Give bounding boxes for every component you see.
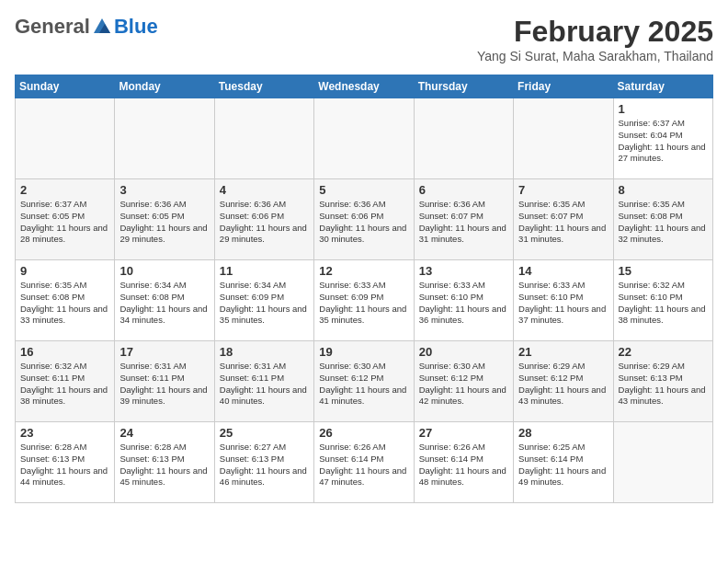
calendar-cell: 12Sunrise: 6:33 AM Sunset: 6:09 PM Dayli…	[314, 260, 414, 341]
location-title: Yang Si Surat, Maha Sarakham, Thailand	[477, 49, 713, 63]
calendar-table: SundayMondayTuesdayWednesdayThursdayFrid…	[15, 75, 713, 503]
day-info: Sunrise: 6:30 AM Sunset: 6:12 PM Dayligh…	[419, 361, 508, 408]
day-number: 27	[419, 426, 508, 440]
calendar-cell: 27Sunrise: 6:26 AM Sunset: 6:14 PM Dayli…	[414, 422, 513, 503]
day-info: Sunrise: 6:29 AM Sunset: 6:13 PM Dayligh…	[619, 361, 708, 408]
day-info: Sunrise: 6:32 AM Sunset: 6:11 PM Dayligh…	[20, 361, 109, 408]
day-number: 28	[518, 426, 608, 440]
logo-blue-text: Blue	[114, 15, 158, 39]
day-number: 12	[319, 264, 408, 278]
day-number: 18	[220, 345, 309, 359]
calendar-week-row: 2Sunrise: 6:37 AM Sunset: 6:05 PM Daylig…	[16, 179, 713, 260]
calendar-week-row: 23Sunrise: 6:28 AM Sunset: 6:13 PM Dayli…	[16, 422, 713, 503]
calendar-cell: 6Sunrise: 6:36 AM Sunset: 6:07 PM Daylig…	[414, 179, 513, 260]
day-info: Sunrise: 6:28 AM Sunset: 6:13 PM Dayligh…	[119, 442, 209, 488]
calendar-cell: 23Sunrise: 6:28 AM Sunset: 6:13 PM Dayli…	[16, 422, 115, 503]
day-number: 16	[20, 345, 109, 359]
calendar-cell: 21Sunrise: 6:29 AM Sunset: 6:12 PM Dayli…	[514, 341, 613, 422]
calendar-cell	[214, 98, 313, 179]
weekday-header-thursday: Thursday	[414, 75, 513, 98]
calendar-cell: 2Sunrise: 6:37 AM Sunset: 6:05 PM Daylig…	[16, 179, 115, 260]
day-number: 14	[518, 264, 608, 278]
day-info: Sunrise: 6:35 AM Sunset: 6:07 PM Dayligh…	[518, 199, 608, 246]
day-info: Sunrise: 6:35 AM Sunset: 6:08 PM Dayligh…	[619, 199, 708, 246]
day-number: 8	[619, 183, 708, 197]
calendar-cell: 20Sunrise: 6:30 AM Sunset: 6:12 PM Dayli…	[414, 341, 513, 422]
day-number: 17	[119, 345, 209, 359]
calendar-cell: 16Sunrise: 6:32 AM Sunset: 6:11 PM Dayli…	[16, 341, 115, 422]
calendar-cell: 5Sunrise: 6:36 AM Sunset: 6:06 PM Daylig…	[314, 179, 414, 260]
weekday-header-saturday: Saturday	[613, 75, 712, 98]
day-number: 21	[518, 345, 608, 359]
day-info: Sunrise: 6:34 AM Sunset: 6:09 PM Dayligh…	[220, 280, 309, 327]
day-info: Sunrise: 6:33 AM Sunset: 6:09 PM Dayligh…	[319, 280, 408, 327]
calendar-cell	[613, 422, 712, 503]
day-number: 6	[419, 183, 508, 197]
calendar-week-row: 9Sunrise: 6:35 AM Sunset: 6:08 PM Daylig…	[16, 260, 713, 341]
day-number: 19	[319, 345, 408, 359]
day-number: 25	[220, 426, 309, 440]
calendar-cell: 10Sunrise: 6:34 AM Sunset: 6:08 PM Dayli…	[115, 260, 214, 341]
day-number: 3	[119, 183, 209, 197]
day-info: Sunrise: 6:31 AM Sunset: 6:11 PM Dayligh…	[220, 361, 309, 408]
calendar-cell: 25Sunrise: 6:27 AM Sunset: 6:13 PM Dayli…	[214, 422, 313, 503]
calendar-cell	[514, 98, 613, 179]
day-number: 7	[518, 183, 608, 197]
calendar-cell	[414, 98, 513, 179]
day-number: 22	[619, 345, 708, 359]
calendar-cell	[16, 98, 115, 179]
calendar-cell: 28Sunrise: 6:25 AM Sunset: 6:14 PM Dayli…	[514, 422, 613, 503]
month-title: February 2025	[477, 15, 713, 49]
weekday-header-friday: Friday	[514, 75, 613, 98]
day-info: Sunrise: 6:36 AM Sunset: 6:07 PM Dayligh…	[419, 199, 508, 246]
weekday-header-monday: Monday	[115, 75, 214, 98]
day-number: 13	[419, 264, 508, 278]
day-info: Sunrise: 6:31 AM Sunset: 6:11 PM Dayligh…	[119, 361, 209, 408]
calendar-cell: 18Sunrise: 6:31 AM Sunset: 6:11 PM Dayli…	[214, 341, 313, 422]
day-number: 9	[20, 264, 109, 278]
day-number: 10	[119, 264, 209, 278]
day-info: Sunrise: 6:26 AM Sunset: 6:14 PM Dayligh…	[319, 442, 408, 488]
day-info: Sunrise: 6:35 AM Sunset: 6:08 PM Dayligh…	[20, 280, 109, 327]
calendar-cell: 9Sunrise: 6:35 AM Sunset: 6:08 PM Daylig…	[16, 260, 115, 341]
day-number: 5	[319, 183, 408, 197]
calendar-cell	[314, 98, 414, 179]
calendar-cell: 24Sunrise: 6:28 AM Sunset: 6:13 PM Dayli…	[115, 422, 214, 503]
weekday-header-sunday: Sunday	[16, 75, 115, 98]
calendar-cell: 3Sunrise: 6:36 AM Sunset: 6:05 PM Daylig…	[115, 179, 214, 260]
day-number: 20	[419, 345, 508, 359]
day-number: 24	[119, 426, 209, 440]
day-number: 23	[20, 426, 109, 440]
calendar-week-row: 1Sunrise: 6:37 AM Sunset: 6:04 PM Daylig…	[16, 98, 713, 179]
page-header: General Blue February 2025 Yang Si Surat…	[15, 15, 713, 63]
day-info: Sunrise: 6:33 AM Sunset: 6:10 PM Dayligh…	[419, 280, 508, 327]
calendar-cell: 11Sunrise: 6:34 AM Sunset: 6:09 PM Dayli…	[214, 260, 313, 341]
day-info: Sunrise: 6:36 AM Sunset: 6:05 PM Dayligh…	[119, 199, 209, 246]
day-info: Sunrise: 6:29 AM Sunset: 6:12 PM Dayligh…	[518, 361, 608, 408]
weekday-header-tuesday: Tuesday	[214, 75, 313, 98]
day-info: Sunrise: 6:32 AM Sunset: 6:10 PM Dayligh…	[619, 280, 708, 327]
logo-general-text: General	[15, 15, 90, 39]
day-number: 4	[220, 183, 309, 197]
calendar-cell: 7Sunrise: 6:35 AM Sunset: 6:07 PM Daylig…	[514, 179, 613, 260]
calendar-week-row: 16Sunrise: 6:32 AM Sunset: 6:11 PM Dayli…	[16, 341, 713, 422]
calendar-cell: 8Sunrise: 6:35 AM Sunset: 6:08 PM Daylig…	[613, 179, 712, 260]
day-number: 11	[220, 264, 309, 278]
calendar-cell: 14Sunrise: 6:33 AM Sunset: 6:10 PM Dayli…	[514, 260, 613, 341]
logo-icon	[92, 17, 112, 37]
day-info: Sunrise: 6:37 AM Sunset: 6:05 PM Dayligh…	[20, 199, 109, 246]
logo: General Blue	[15, 15, 158, 39]
day-info: Sunrise: 6:26 AM Sunset: 6:14 PM Dayligh…	[419, 442, 508, 488]
title-block: February 2025 Yang Si Surat, Maha Sarakh…	[477, 15, 713, 63]
calendar-cell: 22Sunrise: 6:29 AM Sunset: 6:13 PM Dayli…	[613, 341, 712, 422]
day-number: 1	[619, 102, 708, 116]
calendar-cell	[115, 98, 214, 179]
calendar-cell: 15Sunrise: 6:32 AM Sunset: 6:10 PM Dayli…	[613, 260, 712, 341]
day-info: Sunrise: 6:36 AM Sunset: 6:06 PM Dayligh…	[319, 199, 408, 246]
day-number: 2	[20, 183, 109, 197]
day-info: Sunrise: 6:28 AM Sunset: 6:13 PM Dayligh…	[20, 442, 109, 488]
day-number: 26	[319, 426, 408, 440]
calendar-cell: 1Sunrise: 6:37 AM Sunset: 6:04 PM Daylig…	[613, 98, 712, 179]
day-info: Sunrise: 6:25 AM Sunset: 6:14 PM Dayligh…	[518, 442, 608, 488]
weekday-header-row: SundayMondayTuesdayWednesdayThursdayFrid…	[16, 75, 713, 98]
